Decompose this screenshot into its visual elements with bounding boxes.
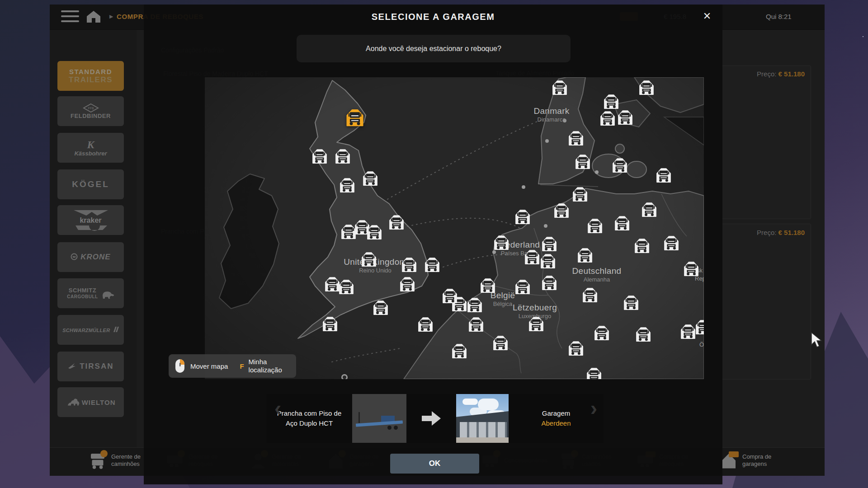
next-garage-chevron[interactable]: › [590,398,597,418]
garage-icon[interactable] [553,202,570,219]
garage-icon[interactable] [366,224,382,240]
garage-icon[interactable] [442,288,458,304]
city-dot [492,250,496,254]
garage-icon[interactable] [311,148,328,164]
close-icon[interactable]: ✕ [700,9,714,23]
garage-icon[interactable] [603,94,619,110]
garage-icon[interactable] [335,148,351,164]
garage-icon[interactable] [572,186,588,202]
garage-icon[interactable] [541,275,557,291]
city-dot [522,185,525,189]
garage-icon[interactable] [568,130,584,146]
garage-icon[interactable] [582,287,598,303]
move-map-label: Mover mapa [190,362,228,370]
garage-icon[interactable] [524,249,540,265]
garage-icon[interactable] [594,325,610,341]
garage-icon[interactable] [492,335,509,351]
garage-icon[interactable] [339,177,355,193]
garage-icon[interactable] [540,253,556,269]
city-dot [341,374,348,379]
garage-icon[interactable] [493,235,509,251]
city-dot [545,139,549,143]
assignment-arrow [406,394,456,443]
garage-map[interactable]: DanmarkDinamarcaUnited KingdomReino Unid… [205,77,704,379]
garage-icon[interactable] [617,109,633,126]
garage-icon[interactable] [541,236,557,252]
garage-icon[interactable] [401,257,417,273]
garage-icon[interactable] [388,214,405,230]
garage-icon[interactable] [623,295,639,311]
previous-garage-chevron[interactable]: ‹ [274,398,281,418]
garage-icon[interactable] [586,367,602,379]
garage-icon[interactable] [663,235,679,251]
garage-icon[interactable] [480,277,496,294]
garage-icon[interactable] [599,110,616,127]
garage-icon[interactable] [451,343,467,359]
garage-icon[interactable] [514,209,531,225]
garage-icon[interactable] [528,316,544,332]
garage-selection-label: Garagem Aberdeen [509,394,604,443]
garage-icon[interactable] [680,324,696,340]
arrow-right-icon [421,409,442,427]
f-key-label: F [240,362,244,370]
trailer-thumbnail [352,394,406,443]
garage-icon[interactable] [338,279,354,295]
garage-icon[interactable] [568,340,584,357]
mouse-cursor [811,332,822,349]
dialog-question: Aonde você deseja estacionar o reboque? [297,35,571,62]
garage-icon[interactable] [362,170,378,187]
garage-icon[interactable] [683,261,699,277]
garage-icon[interactable] [656,167,672,183]
map-controls-hint: Mover mapa F Minha localização [169,354,296,378]
garage-icon[interactable] [417,316,434,333]
garage-icon[interactable] [612,157,628,174]
city-dot [595,170,599,174]
garage-icon[interactable] [587,218,603,234]
wallpaper-stars [863,36,863,37]
garage-icon[interactable] [373,300,389,316]
garage-icon[interactable] [361,251,377,267]
selected-garage-icon[interactable] [345,108,364,127]
garage-icon[interactable] [514,279,531,295]
garage-icon[interactable] [641,202,657,218]
garage-icon[interactable] [552,80,568,96]
dialog-title: SELECIONE A GARAGEM [144,12,722,22]
garage-icon[interactable] [635,326,651,343]
garage-icon[interactable] [468,316,484,333]
clipped-country-label: Ö [699,341,704,348]
garage-icon[interactable] [424,257,440,273]
garage-icon[interactable] [577,247,593,263]
garage-city: Aberdeen [541,418,571,429]
garage-icon[interactable] [634,238,650,254]
mouse-icon [175,359,185,373]
country-label: DeutschlandAlemanha [572,266,622,283]
garage-icon[interactable] [322,316,338,332]
ok-button[interactable]: OK [390,454,479,474]
my-location-label[interactable]: Minha localização [249,358,294,374]
select-garage-dialog: SELECIONE A GARAGEM ✕ Aonde você deseja … [144,5,722,484]
garage-icon[interactable] [575,154,591,170]
garage-icon[interactable] [614,215,630,231]
garage-photo [456,394,509,443]
city-dot [544,224,547,228]
garage-icon[interactable] [399,276,415,292]
country-label: DanmarkDinamarca [533,106,569,123]
garage-icon[interactable] [695,319,704,335]
selection-strip: ‹ Prancha com Piso de Aço Duplo HCT Gara… [266,394,604,443]
garage-icon[interactable] [638,80,655,96]
garage-icon[interactable] [467,297,483,313]
